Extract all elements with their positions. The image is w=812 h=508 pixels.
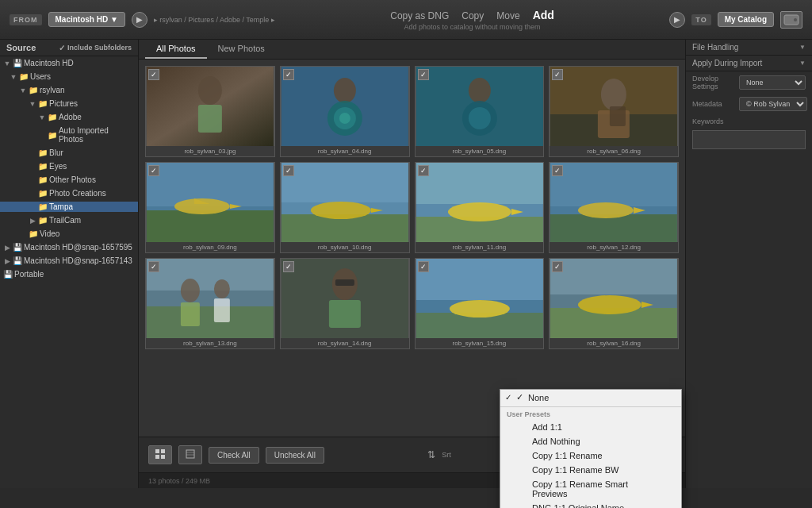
photo-check-4[interactable]: ✓: [552, 69, 563, 80]
dropdown-menu[interactable]: ✓ None User Presets Add 1:1 Add Nothing …: [500, 389, 682, 508]
photo-thumb-5: ✓: [146, 163, 274, 242]
photo-check-1[interactable]: ✓: [148, 69, 159, 80]
file-handling-header[interactable]: File Handling ▼: [686, 40, 812, 56]
loupe-view-btn[interactable]: [178, 445, 202, 464]
tree-item-label: Macintosh HD: [24, 59, 74, 67]
breadcrumb: ▸ rsylvan / Pictures / Adobe / Temple ▸: [154, 16, 275, 24]
photo-check-9[interactable]: ✓: [148, 261, 159, 272]
photo-cell-5[interactable]: ✓ rob_sylvan_09.dng: [145, 162, 275, 253]
photo-check-3[interactable]: ✓: [418, 69, 429, 80]
svg-point-16: [468, 107, 490, 129]
tab-all-photos[interactable]: All Photos: [145, 40, 207, 59]
apply-during-import-arrow: ▼: [799, 60, 806, 67]
grid-view-btn[interactable]: [148, 445, 172, 464]
dropdown-item-add-nothing[interactable]: Add Nothing: [500, 434, 681, 448]
photo-cell-11[interactable]: ✓ rob_sylvan_15.dng: [415, 258, 545, 349]
photo-thumb-9: ✓: [146, 259, 274, 338]
tree-video[interactable]: 📁 Video: [0, 227, 138, 241]
add-action[interactable]: Add: [533, 9, 554, 21]
photo-check-10[interactable]: ✓: [283, 261, 294, 272]
photo-cell-8[interactable]: ✓ rob_sylvan_12.dng: [549, 162, 679, 253]
tree-pictures[interactable]: ▼ 📁 Pictures: [0, 97, 138, 110]
copy-action[interactable]: Copy: [462, 10, 484, 21]
toggle-icon: ▶: [29, 217, 36, 225]
keywords-label: Keywords: [686, 114, 812, 129]
top-bar: FROM Macintosh HD ▼ ▶ ▸ rsylvan / Pictur…: [0, 0, 812, 40]
tree-other-photos[interactable]: 📁 Other Photos: [0, 173, 138, 187]
toggle-icon: ▼: [29, 100, 36, 108]
photo-check-8[interactable]: ✓: [552, 165, 563, 176]
tree-adobe[interactable]: ▼ 📁 Adobe: [0, 110, 138, 124]
photo-cell-4[interactable]: ✓ rob_sylvan_06.dng: [549, 66, 679, 157]
tree-blur[interactable]: 📁 Blur: [0, 146, 138, 160]
photo-cell-2[interactable]: ✓ rob_sylvan_04.dng: [280, 66, 410, 157]
dropdown-item-label: Add 1:1: [532, 422, 562, 432]
dropdown-item-add-1-1[interactable]: Add 1:1: [500, 420, 681, 434]
include-subfolders-toggle[interactable]: ✓ Include Subfolders: [59, 44, 132, 52]
svg-rect-60: [550, 259, 677, 294]
tree-item-label: Users: [30, 72, 51, 81]
photo-cell-6[interactable]: ✓ rob_sylvan_10.dng: [280, 162, 410, 253]
tree-item-label: Macintosh HD@snap-1657595: [24, 243, 132, 252]
drive-icon: 💾: [13, 243, 22, 252]
copy-as-dng-action[interactable]: Copy as DNG: [390, 10, 449, 21]
dropdown-item-copy-1-1-rename-bw[interactable]: Copy 1:1 Rename BW: [500, 463, 681, 477]
develop-settings-select[interactable]: None: [739, 75, 806, 90]
source-hd-label[interactable]: Macintosh HD ▼: [48, 12, 125, 27]
photo-check-6[interactable]: ✓: [283, 165, 294, 176]
tree-item-label: Tampa: [49, 202, 73, 211]
photo-grid: ✓: [139, 60, 685, 437]
keywords-input-area[interactable]: [692, 130, 806, 149]
photo-check-5[interactable]: ✓: [148, 165, 159, 176]
svg-point-62: [578, 295, 642, 314]
check-all-btn[interactable]: Check All: [209, 447, 259, 464]
svg-point-11: [339, 113, 350, 124]
tree-photo-creations[interactable]: 📁 Photo Creations: [0, 187, 138, 200]
toggle-icon: ▼: [3, 60, 11, 67]
photo-cell-9[interactable]: ✓ rob_sylvan_13.dng: [145, 258, 275, 349]
dest-arrow-btn[interactable]: ▶: [669, 12, 685, 28]
toggle-icon: ▶: [3, 257, 11, 265]
source-arrow-btn[interactable]: ▶: [132, 12, 147, 28]
photo-cell-12[interactable]: ✓ rob_sylvan_16.dng: [549, 258, 679, 349]
photo-thumb-10: ✓: [281, 259, 409, 338]
svg-rect-44: [147, 259, 274, 291]
dropdown-item-copy-smart-previews[interactable]: Copy 1:1 Rename Smart Previews: [500, 477, 681, 501]
tree-snap-1657143[interactable]: ▶ 💾 Macintosh HD@snap-1657143: [0, 254, 138, 267]
photo-cell-1[interactable]: ✓: [145, 66, 275, 157]
photo-check-11[interactable]: ✓: [418, 261, 429, 272]
tree-item-label: Auto Imported Photos: [59, 126, 135, 144]
folder-icon: 📁: [38, 216, 48, 225]
uncheck-all-btn[interactable]: Uncheck All: [266, 447, 324, 464]
tree-rsylvan[interactable]: ▼ 📁 rsylvan: [0, 83, 138, 97]
tree-macintosh-hd[interactable]: ▼ 💾 Macintosh HD: [0, 56, 138, 70]
toggle-icon: ▶: [3, 244, 11, 252]
tree-snap-1657595[interactable]: ▶ 💾 Macintosh HD@snap-1657595: [0, 241, 138, 254]
left-panel: Source ✓ Include Subfolders ▼ 💾 Macintos…: [0, 40, 139, 488]
photo-cell-10[interactable]: ✓ rob_sylvan_14.dng: [280, 258, 410, 349]
tab-new-photos[interactable]: New Photos: [207, 40, 276, 59]
tree-eyes[interactable]: 📁 Eyes: [0, 160, 138, 173]
move-action[interactable]: Move: [496, 10, 519, 21]
dropdown-item-label: DNG 1:1 Original Name: [532, 503, 624, 508]
tree-users[interactable]: ▼ 📁 Users: [0, 70, 138, 83]
metadata-select[interactable]: © Rob Sylvan: [739, 97, 807, 111]
photo-check-12[interactable]: ✓: [552, 261, 563, 272]
dropdown-item-copy-1-1-rename[interactable]: Copy 1:1 Rename: [500, 448, 681, 463]
tree-item-label: Photo Creations: [49, 189, 106, 198]
apply-during-import-header[interactable]: Apply During Import ▼: [686, 56, 812, 71]
dropdown-item-dng-original-name[interactable]: DNG 1:1 Original Name: [500, 501, 681, 508]
tree-portable[interactable]: 💾 Portable: [0, 267, 138, 281]
tree-trailcam[interactable]: ▶ 📁 TrailCam: [0, 214, 138, 227]
tree-tampa[interactable]: 📁 Tampa: [0, 200, 138, 214]
toggle-icon: ▼: [10, 73, 17, 81]
folder-icon: 📁: [38, 202, 48, 211]
photo-check-7[interactable]: ✓: [418, 165, 429, 176]
photo-cell-7[interactable]: ✓ rob_sylvan_11.dng: [415, 162, 545, 253]
dest-catalog-label[interactable]: My Catalog: [718, 12, 774, 27]
tree-auto-imported[interactable]: 📁 Auto Imported Photos: [0, 124, 138, 146]
photo-check-2[interactable]: ✓: [283, 69, 294, 80]
photo-cell-3[interactable]: ✓ rob_sylvan_05.dng: [415, 66, 545, 157]
photo-filename-8: rob_sylvan_12.dng: [550, 242, 678, 252]
dropdown-item-none[interactable]: ✓ None: [500, 390, 681, 405]
